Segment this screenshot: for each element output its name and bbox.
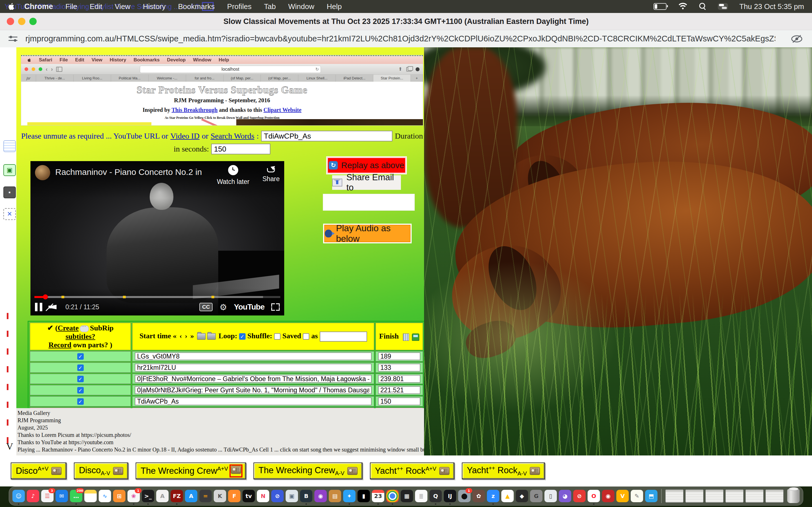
video-id-input[interactable] (135, 375, 371, 383)
safari-sidebar-icon[interactable] (56, 67, 62, 72)
dock-icon-devcompass[interactable]: ⊘ (573, 490, 586, 502)
dock-icon-photos[interactable]: ❀1 (128, 490, 140, 502)
play-audio-button[interactable]: Play Audio as below (324, 225, 410, 242)
channel-avatar[interactable] (35, 165, 50, 180)
watch-later-button[interactable]: Watch later (217, 165, 249, 186)
loop-checkbox[interactable]: ✓ (239, 333, 246, 340)
youtube-logo[interactable]: YouTube (234, 302, 264, 312)
dock-icon-quicktime[interactable]: Q (429, 490, 442, 502)
dock-icon-intellij[interactable]: IJ (444, 490, 456, 502)
url-bar[interactable]: rjmprogramming.com.au/HTMLCSS/swipe_medi… (0, 30, 812, 48)
safari-address-field[interactable]: localhost ↻ (140, 66, 321, 73)
minimized-window-thumbnail[interactable] (686, 490, 703, 503)
settings-gear-icon[interactable]: ⚙ (219, 302, 227, 312)
finish-seconds-input[interactable] (378, 386, 420, 394)
menu-item-edit[interactable]: Edit (90, 2, 102, 11)
menu-item-tab[interactable]: Tab (264, 2, 276, 11)
video-id-input[interactable] (135, 352, 371, 360)
minimized-window-thumbnail[interactable] (765, 490, 783, 503)
document-icon[interactable] (3, 140, 16, 152)
shuffle-checkbox[interactable] (274, 333, 281, 340)
row-checkbox[interactable]: ✓ (77, 398, 84, 405)
dock-icon-doc[interactable]: ≣ (415, 490, 427, 502)
safari-back-icon[interactable]: ‹ (46, 66, 48, 72)
dock-icon-terminal2[interactable]: ▮ (357, 490, 370, 502)
saved-as-input[interactable] (320, 332, 367, 342)
dock-icon-finder[interactable]: ☺ (12, 490, 25, 502)
eye-slash-icon[interactable] (791, 34, 803, 44)
finish-seconds-input[interactable] (378, 397, 420, 405)
safari-profile-icon[interactable] (416, 67, 419, 71)
dock-icon-github[interactable]: ⬤1 (458, 490, 470, 502)
dock-icon-textedit[interactable]: A (156, 490, 168, 502)
fullscreen-button[interactable] (271, 303, 280, 311)
replay-button[interactable]: ↻ Replay as above (328, 158, 405, 173)
site-settings-icon[interactable] (8, 35, 18, 43)
dock-icon-appletv[interactable]: tv (243, 490, 255, 502)
share-email-button[interactable]: Share Email to (332, 175, 401, 190)
dock-icon-darkgrid[interactable]: ▦ (401, 490, 413, 502)
minimized-window-thumbnail[interactable] (746, 490, 763, 503)
safari-zoom-button[interactable] (39, 67, 42, 71)
genre-button-disco-a-v[interactable]: DiscoA-V (74, 462, 128, 480)
row-checkbox[interactable]: ✓ (77, 376, 84, 382)
safari-bookmark[interactable]: Thrive - de... (36, 75, 73, 82)
safari-bookmark[interactable]: jsr (21, 75, 36, 82)
duration-input[interactable] (211, 144, 270, 154)
dock-icon-messages[interactable]: …200 (70, 490, 82, 502)
saved-checkbox[interactable] (303, 333, 309, 340)
safari-share-icon[interactable]: ⬆ (398, 66, 402, 72)
wifi-icon[interactable] (678, 3, 688, 10)
battery-icon[interactable] (654, 3, 666, 10)
muted-volume-icon[interactable] (49, 302, 59, 312)
dock-icon-appstore[interactable]: A (185, 490, 197, 502)
row-checkbox[interactable]: ✓ (77, 353, 84, 360)
finish-seconds-input[interactable] (378, 363, 420, 372)
dock-icon-mail[interactable]: ✉ (56, 490, 68, 502)
swap-selection-icon[interactable]: ✕ (3, 208, 16, 220)
control-center-icon[interactable] (718, 3, 728, 10)
menu-item-file[interactable]: File (65, 2, 77, 11)
safari-bookmark[interactable]: iPad Detect... (336, 75, 373, 82)
clipart-link[interactable]: Clipart Website (264, 107, 302, 113)
floppy-disk-icon[interactable]: ▪ (3, 186, 16, 198)
video-id-link[interactable]: Video ID (170, 131, 199, 140)
safari-menu-safari[interactable]: Safari (39, 57, 52, 63)
minimized-window-thumbnail[interactable] (705, 490, 723, 503)
menu-item-view[interactable]: View (115, 2, 131, 11)
finish-seconds-input[interactable] (378, 352, 420, 360)
search-words-link[interactable]: Search Words (211, 131, 254, 140)
menu-item-chrome[interactable]: Chrome (24, 2, 53, 11)
spotlight-icon[interactable] (699, 3, 707, 10)
breakthrough-link[interactable]: This Breakthrough (171, 107, 217, 113)
dock-icon-preview[interactable]: ▣ (286, 490, 298, 502)
menu-item-bookmarks[interactable]: Bookmarks (178, 2, 215, 11)
dock-icon-launchpad[interactable]: ⊞ (113, 490, 125, 502)
safari-bookmark[interactable]: Welcome -... (149, 75, 186, 82)
safari-bookmark[interactable]: Star Protein... (373, 75, 411, 82)
video-id-input[interactable] (135, 386, 371, 394)
row-checkbox[interactable]: ✓ (77, 364, 84, 371)
folder-icon[interactable] (207, 333, 216, 340)
dock-icon-opera[interactable]: O (588, 490, 600, 502)
dock-icon-music[interactable]: ♪ (27, 490, 39, 502)
minimize-window-button[interactable] (18, 18, 26, 25)
safari-bookmark[interactable]: Linux Shell... (298, 75, 336, 82)
dock-icon-news[interactable]: N (257, 490, 269, 502)
genre-button-disco-a+v[interactable]: DiscoA+V (11, 462, 66, 480)
media-id-input[interactable] (261, 131, 393, 142)
dock-icon-filezilla[interactable]: FZ (170, 490, 183, 502)
nav-chevrons[interactable]: « ‹ › » (173, 332, 195, 340)
close-window-button[interactable] (7, 18, 14, 25)
monitor-icon[interactable]: ▣ (3, 164, 16, 176)
safari-menu-window[interactable]: Window (193, 57, 211, 63)
dock-icon-bbedit[interactable]: B (300, 490, 312, 502)
dock-icon-drive[interactable]: ▲ (501, 490, 514, 502)
minimized-window-thumbnail[interactable] (665, 490, 683, 503)
minimized-window-thumbnail[interactable] (725, 490, 744, 503)
folder-icon[interactable] (197, 333, 206, 340)
safari-reload-icon[interactable]: ↻ (315, 67, 319, 72)
video-title[interactable]: Rachmaninov - Piano Concerto No.2 in C m… (55, 167, 202, 177)
dock-icon-disc[interactable]: ⊘ (271, 490, 284, 502)
safari-menu-history[interactable]: History (110, 57, 126, 63)
